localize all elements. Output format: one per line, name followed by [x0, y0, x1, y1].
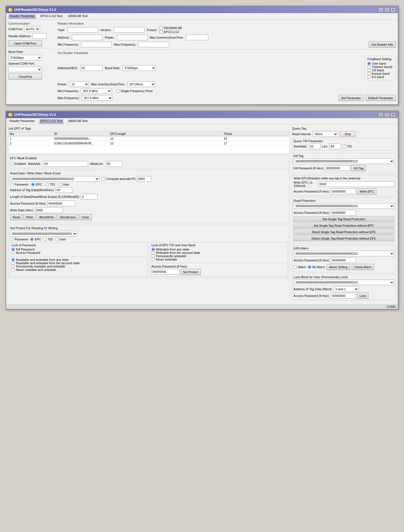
read-interval-select[interactable]: 50ms	[313, 131, 338, 137]
sr-addr-input[interactable]	[80, 65, 103, 71]
epcc-checkbox[interactable]	[159, 30, 163, 34]
rw-radio-tid-input[interactable]	[46, 183, 49, 186]
sr-power-select[interactable]: 13	[69, 81, 89, 87]
kill-tag-dropdown[interactable]: 0000000000000000000000000000000000000102	[294, 158, 394, 164]
rw-perm-radio[interactable]	[11, 265, 15, 268]
write-epc-input[interactable]	[318, 181, 394, 187]
check-alarm-btn[interactable]: Check Alarm	[352, 264, 374, 270]
com-port-select[interactable]: AUTO	[24, 26, 40, 32]
set-single-read-no-epc-btn[interactable]: Set Single Tag Read Protection without E…	[294, 223, 394, 228]
eas-no-alarm-radio[interactable]	[308, 265, 311, 269]
freqband-korean-radio[interactable]	[367, 72, 371, 75]
sp-radio-user-input[interactable]	[55, 238, 58, 241]
tid-checkbox[interactable]	[342, 145, 346, 148]
sr-baud-select[interactable]: 57600bps	[122, 65, 156, 71]
rw-length-input[interactable]	[81, 194, 98, 200]
address-input[interactable]	[72, 35, 103, 40]
kill-tag-btn[interactable]: Kill Tag	[351, 165, 366, 171]
rw-any-radio[interactable]	[11, 258, 15, 261]
len-input[interactable]	[330, 144, 341, 149]
open-com-btn[interactable]: Open COM Port	[8, 40, 42, 46]
sp-radio-epc-input[interactable]	[30, 238, 34, 241]
epc-any-radio[interactable]	[152, 248, 155, 251]
kill-pw-input[interactable]	[325, 165, 350, 171]
access-pw-radio[interactable]	[11, 251, 15, 254]
freqband-chinese-radio[interactable]	[367, 65, 371, 69]
rw-radio-user-input[interactable]	[58, 183, 62, 186]
mask-len-input[interactable]	[106, 161, 123, 167]
write-epc-btn[interactable]: Write EPC	[357, 188, 376, 194]
eas-dropdown[interactable]: 0000000000000000000000000000000000000102	[294, 251, 394, 256]
close-btn-2[interactable]: ✕	[391, 113, 396, 117]
mask-adr-input[interactable]	[43, 161, 88, 167]
max-inv-input-ri[interactable]	[186, 35, 208, 40]
epc-secured-radio[interactable]	[152, 251, 155, 254]
maximize-btn-2[interactable]: □	[384, 113, 389, 117]
tab-18000-1[interactable]: 18000-6B Test	[67, 14, 89, 18]
eas-access-input[interactable]	[331, 257, 356, 263]
lock-block-addr-select[interactable]: 0 and 1	[334, 286, 359, 292]
power-input-ri[interactable]	[117, 35, 148, 40]
rw-access-pw-input[interactable]	[47, 201, 75, 206]
compute-checkbox[interactable]	[102, 177, 105, 181]
set-param-btn[interactable]: Set Parameter	[339, 95, 363, 101]
clear-btn[interactable]: Clear	[79, 214, 92, 220]
epc-perm-radio[interactable]	[152, 254, 155, 258]
freqband-eu-radio[interactable]	[367, 75, 371, 79]
get-reader-btn[interactable]: Get Reader Info	[369, 41, 396, 48]
eas-alarm-radio[interactable]	[294, 265, 297, 269]
read-btn[interactable]: Read	[10, 214, 22, 220]
baud-rate-select[interactable]: 57600bps	[8, 55, 42, 60]
block-write-btn[interactable]: BlockWrite	[37, 214, 56, 220]
reader-addr-input[interactable]: FF	[32, 33, 46, 39]
rw-radio-password-input[interactable]	[10, 183, 13, 186]
sp-radio-tid-input[interactable]	[43, 238, 47, 241]
rw-never-radio[interactable]	[11, 268, 15, 271]
rw-secured-radio[interactable]	[11, 261, 15, 265]
sp-access-pw-input[interactable]	[152, 269, 179, 275]
sr-min-freq-select[interactable]: 902.6 MHz	[81, 88, 112, 94]
close-port-btn[interactable]: ClosePort	[8, 74, 42, 80]
write-epc-access-input[interactable]	[331, 189, 356, 194]
set-single-read-btn[interactable]: Set Single Tag Read Protection	[294, 216, 394, 222]
tab-reader-param-2[interactable]: Reader Parameter	[8, 119, 36, 123]
tab-epcc-1[interactable]: EPCC1-G2 Test	[39, 14, 63, 18]
lock-block-btn[interactable]: Lock	[357, 293, 368, 299]
write-btn[interactable]: Write	[23, 214, 36, 220]
read-prot-dropdown[interactable]: 0000000000000000000000000000000000000102	[294, 203, 394, 209]
sr-max-freq-select[interactable]: 927.4 MHz	[82, 95, 113, 101]
default-param-btn[interactable]: Default Parameter	[366, 95, 396, 101]
tab-18000-2[interactable]: 18000-6B Test	[67, 119, 89, 123]
detect-single-read-btn[interactable]: Detect Single Tag Read Protection withou…	[294, 236, 394, 241]
opened-com-select[interactable]	[8, 67, 42, 72]
maximize-btn-1[interactable]: □	[384, 8, 389, 12]
kill-pw-radio[interactable]	[11, 248, 15, 251]
enabled-checkbox[interactable]	[10, 162, 13, 165]
rw-write-data-input[interactable]	[35, 207, 63, 213]
block-erase-btn[interactable]: BlockErase	[58, 214, 78, 220]
iso-checkbox[interactable]	[159, 26, 163, 30]
rw-radio-epc-input[interactable]	[31, 183, 35, 186]
type-input[interactable]	[67, 27, 98, 33]
lock-block-access-input[interactable]	[331, 293, 356, 299]
tab-reader-param-1[interactable]: Reader Parameter	[8, 14, 36, 18]
min-freq-input-ri[interactable]	[81, 42, 112, 47]
freqband-user-radio[interactable]	[367, 62, 371, 65]
single-freq-checkbox[interactable]	[116, 89, 120, 93]
read-prot-access-input[interactable]	[331, 210, 356, 215]
minimize-btn-2[interactable]: —	[378, 113, 383, 117]
tab-epcc-2[interactable]: EPCC1-G2 Test	[39, 119, 63, 123]
sr-max-inv-select[interactable]: 10*100ms	[127, 81, 155, 87]
freqband-us-radio[interactable]	[367, 69, 371, 72]
reset-single-read-btn[interactable]: Reset Single Tag Read Protection without…	[294, 229, 394, 235]
set-protect-btn[interactable]: Set Protect	[181, 269, 201, 275]
stop-btn[interactable]: Stop	[340, 131, 356, 137]
sp-radio-password-input[interactable]	[10, 238, 13, 241]
rw-dropdown[interactable]: 0000000000000000000000000000000000000102	[10, 176, 100, 182]
close-btn-1[interactable]: ✕	[391, 8, 396, 12]
minimize-btn-1[interactable]: —	[378, 8, 383, 12]
start-addr-input[interactable]	[309, 144, 320, 149]
epc-never-radio[interactable]	[152, 258, 155, 261]
rw-addr-input[interactable]	[56, 187, 72, 193]
alarm-setting-btn[interactable]: Alarm Setting	[327, 264, 350, 270]
